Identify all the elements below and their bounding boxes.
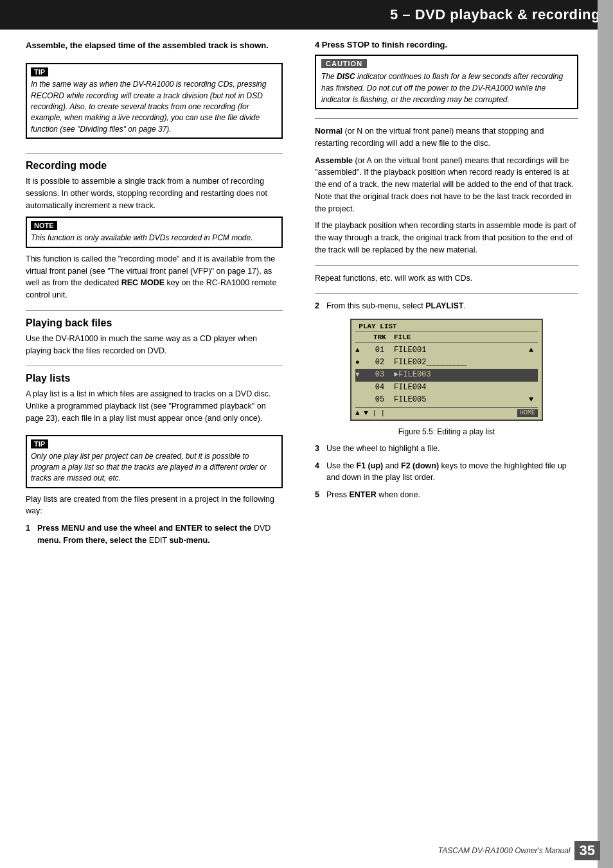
step-2-text: From this sub-menu, select PLAYLIST. — [326, 300, 578, 312]
playlist-footer: ▲ ▼ | | HOME — [355, 407, 538, 417]
caution-box: CAUTION The DISC indicator continues to … — [315, 55, 578, 109]
playing-back-heading: Playing back files — [26, 317, 283, 329]
note-label: NOTE — [31, 221, 57, 230]
note-content: This function is only available with DVD… — [31, 233, 278, 244]
tip-content-2: Only one play list per project can be cr… — [31, 451, 278, 484]
playlist-row-3: ▼ 03 ►FILE003 — [355, 369, 538, 381]
row1-file: FILE001 — [394, 344, 529, 357]
sidebar-bar — [598, 0, 613, 868]
playing-repeat: Repeat functions, etc. will work as with… — [315, 272, 578, 285]
row3-trk: 03 — [366, 369, 394, 381]
step-4b-num: 4 — [315, 460, 326, 484]
playlist-trk-label: TRK — [366, 333, 394, 341]
tip-label-2: TIP — [31, 439, 48, 448]
row1-side: ▲ — [529, 344, 538, 357]
row1-arrow: ▲ — [355, 345, 366, 357]
row3-arrow: ▼ — [355, 369, 366, 381]
normal-heading: Normal — [315, 127, 342, 136]
step-5-text: Press ENTER when done. — [326, 489, 578, 501]
page-title: 5 – DVD playback & recording — [390, 6, 600, 22]
playlist-col-file — [400, 323, 538, 330]
step-3-text: Use the wheel to highlight a file. — [326, 443, 578, 455]
row2-arrow: ● — [355, 357, 366, 369]
assemble-heading: Assemble — [315, 156, 353, 165]
tip-label-1: TIP — [31, 67, 48, 76]
playlist-row-1: ▲ 01 FILE001 ▲ — [355, 344, 538, 357]
playlist-row-4: 04 FILE004 — [355, 382, 538, 394]
footer-text: TASCAM DV-RA1000 Owner's Manual — [438, 846, 571, 855]
page-number: 35 — [574, 841, 600, 860]
step-5-num: 5 — [315, 489, 326, 501]
assemble-rest: (or A on the virtual front panel) means … — [315, 156, 574, 213]
row5-trk: 05 — [366, 394, 394, 406]
row1-trk: 01 — [366, 344, 394, 357]
recording-mode-para1: It is possible to assemble a single trac… — [26, 175, 283, 211]
intro-bold: Assemble, the elapsed time of the assemb… — [26, 40, 283, 51]
playing-back-para1: Use the DV-RA1000 in much the same way a… — [26, 333, 283, 357]
page-footer: TASCAM DV-RA1000 Owner's Manual 35 — [0, 841, 613, 860]
normal-rest: (or N on the virtual front panel) means … — [315, 127, 544, 148]
playlist-display: PLAY LIST TRK FILE ▲ 01 FILE001 ▲ ● 02 F… — [350, 319, 543, 421]
step-4b: 4 Use the F1 (up) and F2 (down) keys to … — [315, 460, 578, 484]
tip-box-2: TIP Only one play list per project can b… — [26, 435, 283, 488]
divider-repeat — [315, 265, 578, 266]
note-box: NOTE This function is only available wit… — [26, 217, 283, 247]
divider-recording — [26, 153, 283, 154]
playlist-col-trk: PLAY LIST — [355, 323, 400, 330]
left-column: Assemble, the elapsed time of the assemb… — [0, 30, 296, 562]
row2-file: FILE002__________ — [394, 357, 529, 369]
row4-file: FILE004 — [394, 382, 529, 394]
tip-box-1: TIP In the same way as when the DV-RA100… — [26, 63, 283, 139]
step-3: 3 Use the wheel to highlight a file. — [315, 443, 578, 455]
assemble-para2: If the playback position when recording … — [315, 220, 578, 256]
recording-mode-heading: Recording mode — [26, 160, 283, 172]
step-5: 5 Press ENTER when done. — [315, 489, 578, 501]
divider-playing — [26, 310, 283, 311]
fig-caption: Figure 5.5: Editing a play list — [315, 427, 578, 436]
step-1: 1 Press MENU and use the wheel and ENTER… — [26, 522, 283, 547]
row4-trk: 04 — [366, 382, 394, 394]
assemble-term: Assemble (or A on the virtual front pane… — [315, 155, 578, 215]
step-1-num: 1 — [26, 522, 37, 547]
divider-step2 — [315, 293, 578, 294]
divider-playlists — [26, 366, 283, 366]
play-lists-heading: Play lists — [26, 373, 283, 384]
divider-terms — [315, 118, 578, 119]
step-2: 2 From this sub-menu, select PLAYLIST. — [315, 300, 578, 312]
home-button[interactable]: HOME — [517, 409, 538, 417]
step-3-num: 3 — [315, 443, 326, 455]
tip-content-1: In the same way as when the DV-RA1000 is… — [31, 79, 278, 135]
row5-file: FILE005 — [394, 394, 529, 406]
right-column: 4 Press STOP to finish recording. CAUTIO… — [296, 30, 591, 562]
caution-label: CAUTION — [321, 59, 367, 68]
play-lists-para1: A play list is a list in which files are… — [26, 388, 283, 424]
page-header: 5 – DVD playback & recording — [0, 0, 613, 30]
step-4b-text: Use the F1 (up) and F2 (down) keys to mo… — [326, 460, 578, 484]
recording-mode-para2: This function is called the "recording m… — [26, 253, 283, 301]
main-content: Assemble, the elapsed time of the assemb… — [0, 30, 613, 562]
step-2-num: 2 — [315, 300, 326, 312]
playlist-header: PLAY LIST — [355, 323, 538, 332]
playlist-file-label: FILE — [394, 333, 411, 341]
caution-content: The DISC indicator continues to flash fo… — [321, 71, 572, 105]
playlist-row-2: ● 02 FILE002__________ — [355, 357, 538, 369]
row2-trk: 02 — [366, 357, 394, 369]
play-lists-para2: Play lists are created from the files pr… — [26, 493, 283, 518]
press-stop-heading: 4 Press STOP to finish recording. — [315, 40, 578, 49]
playlist-row-5: 05 FILE005 ▼ — [355, 394, 538, 406]
row5-side: ▼ — [529, 394, 538, 406]
footer-arrows: ▲ ▼ | | — [355, 409, 385, 417]
playlist-subheader: TRK FILE — [355, 333, 538, 343]
row3-file: ►FILE003 — [394, 369, 529, 381]
step-1-text: Press MENU and use the wheel and ENTER t… — [37, 522, 283, 547]
normal-term: Normal (or N on the virtual front panel)… — [315, 125, 578, 150]
